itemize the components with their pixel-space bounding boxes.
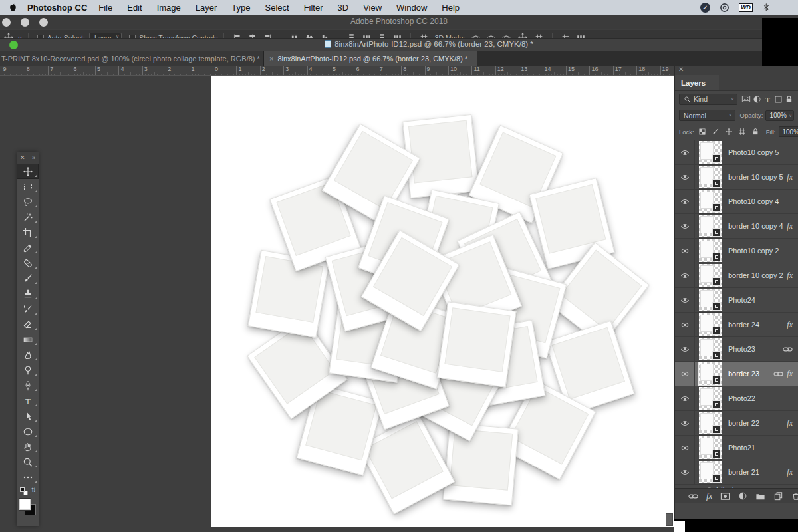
layer-mask-button[interactable]	[720, 491, 730, 501]
grid-small-icon[interactable]	[535, 33, 543, 39]
foreground-color-swatch[interactable]	[19, 499, 31, 510]
layer-thumbnail[interactable]	[699, 313, 722, 336]
layer-style-button[interactable]: fx	[706, 491, 712, 501]
swap-colors-icon[interactable]: ⇅	[31, 487, 36, 493]
visibility-toggle[interactable]	[675, 165, 695, 189]
smudge-tool[interactable]	[17, 347, 39, 362]
dodge-tool[interactable]	[17, 362, 39, 378]
creative-cloud-icon[interactable]	[720, 3, 730, 13]
smart-object-filter-icon[interactable]	[785, 94, 793, 104]
brush-tool[interactable]	[17, 271, 39, 286]
distribute-v-icon[interactable]	[378, 33, 386, 39]
pixel-layer-filter-icon[interactable]	[741, 94, 751, 104]
layer-row[interactable]: border 23fx	[675, 362, 798, 386]
bluetooth-icon[interactable]	[762, 3, 771, 12]
layer-thumbnail[interactable]	[699, 190, 722, 213]
distribute-h-icon[interactable]	[393, 33, 402, 39]
new-layer-button[interactable]	[773, 491, 783, 501]
layer-thumbnail[interactable]	[699, 436, 722, 459]
layer-row[interactable]: Photo24	[675, 288, 798, 313]
layer-row[interactable]: border 22fx	[675, 411, 798, 436]
menu-item-filter[interactable]: Filter	[297, 3, 331, 13]
orbit-3d-icon[interactable]	[502, 33, 511, 39]
adjustment-layer-filter-icon[interactable]	[753, 94, 761, 104]
gradient-tool[interactable]	[17, 332, 39, 347]
type-layer-filter-icon[interactable]: T	[763, 94, 772, 104]
fill-value[interactable]: 100%	[779, 126, 798, 137]
zoom-tool[interactable]	[17, 454, 39, 469]
visibility-toggle[interactable]	[675, 214, 695, 238]
shape-layer-filter-icon[interactable]	[774, 94, 783, 104]
path-selection-tool[interactable]	[17, 408, 39, 424]
polaroid-frame[interactable]	[437, 301, 516, 387]
distribute-h-icon[interactable]	[362, 33, 371, 39]
layer-row[interactable]: border 10 copy 4fx	[675, 214, 798, 239]
menu-item-window[interactable]: Window	[389, 3, 434, 13]
eyedropper-tool[interactable]	[17, 240, 39, 255]
menu-item-type[interactable]: Type	[224, 3, 257, 13]
document-tab-1[interactable]: T-PRINT 8x10-Recovered.psd @ 100% (circe…	[0, 51, 264, 66]
checkmark-badge-icon[interactable]: ✓	[700, 3, 710, 13]
lasso-tool[interactable]	[17, 194, 39, 209]
orbit-3d-icon[interactable]	[487, 33, 495, 39]
tab-close-icon[interactable]: ×	[269, 55, 273, 63]
lock-artboard-icon[interactable]	[738, 128, 746, 136]
distribute-v-icon[interactable]	[347, 33, 356, 39]
link-layers-button[interactable]	[688, 491, 698, 501]
menu-item-view[interactable]: View	[356, 3, 389, 13]
menu-item-3d[interactable]: 3D	[331, 3, 356, 13]
app-menu-title[interactable]: Photoshop CC	[27, 3, 87, 13]
align-top-edges-icon[interactable]	[290, 33, 299, 39]
tools-panel-close-icon[interactable]: ✕	[20, 154, 25, 161]
layer-filter-kind-select[interactable]: Kind	[679, 94, 737, 105]
visibility-toggle[interactable]	[675, 190, 695, 213]
align-right-edges-icon[interactable]	[263, 33, 272, 39]
layer-row[interactable]: Photo10 copy 4	[675, 190, 798, 214]
layer-thumbnail[interactable]	[699, 141, 722, 164]
layer-row[interactable]: border 10 copy 2fx	[675, 263, 798, 288]
align-h-centers-icon[interactable]	[248, 33, 257, 39]
layer-row[interactable]: border 21fx	[675, 460, 798, 485]
layer-thumbnail[interactable]	[699, 338, 722, 360]
menu-item-edit[interactable]: Edit	[120, 3, 149, 13]
delete-layer-button[interactable]	[791, 491, 798, 501]
layers-panel-close-icon[interactable]: ✕	[678, 66, 684, 73]
menu-item-image[interactable]: Image	[150, 3, 188, 13]
layer-row[interactable]: border 10 copy 5fx	[675, 165, 798, 190]
layer-thumbnail[interactable]	[699, 461, 722, 483]
orbit-3d-icon[interactable]	[471, 33, 480, 39]
adjustment-layer-button[interactable]	[738, 491, 747, 501]
healing-brush-tool[interactable]	[17, 255, 39, 271]
tools-panel-collapse-icon[interactable]: »	[32, 154, 35, 161]
move-tool-preset-icon[interactable]	[3, 32, 14, 39]
lock-transparent-icon[interactable]	[698, 128, 706, 136]
layer-thumbnail[interactable]	[699, 362, 722, 385]
visibility-toggle[interactable]	[675, 337, 695, 361]
grid-small-icon[interactable]	[420, 33, 428, 39]
layer-thumbnail[interactable]	[699, 387, 722, 410]
layer-thumbnail[interactable]	[699, 264, 722, 287]
visibility-toggle[interactable]	[675, 263, 695, 287]
clone-stamp-tool[interactable]	[17, 286, 39, 301]
layer-thumbnail[interactable]	[699, 289, 722, 311]
menu-item-file[interactable]: File	[91, 3, 120, 13]
menu-item-layer[interactable]: Layer	[188, 3, 225, 13]
history-brush-tool[interactable]	[17, 301, 39, 317]
edit-toolbar[interactable]	[17, 469, 39, 485]
wd-drive-icon[interactable]: WD	[739, 3, 753, 12]
quick-selection-tool[interactable]	[17, 209, 39, 225]
visibility-toggle[interactable]	[675, 313, 695, 336]
move-tool-icon[interactable]	[517, 32, 528, 39]
align-bottom-edges-icon[interactable]	[321, 33, 329, 39]
menu-item-help[interactable]: Help	[434, 3, 467, 13]
layer-row[interactable]: Photo23	[675, 337, 798, 362]
blend-mode-select[interactable]: Normal	[679, 110, 735, 121]
layer-thumbnail[interactable]	[699, 215, 722, 237]
lock-position-icon[interactable]	[725, 128, 733, 136]
layer-row[interactable]: Photo10 copy 5	[675, 140, 798, 165]
visibility-toggle[interactable]	[675, 288, 695, 312]
marquee-tool[interactable]	[17, 179, 39, 194]
canvas-scrollbar-thumb[interactable]	[666, 513, 673, 526]
crop-tool[interactable]	[17, 225, 39, 240]
layer-row[interactable]: border 24fx	[675, 313, 798, 337]
